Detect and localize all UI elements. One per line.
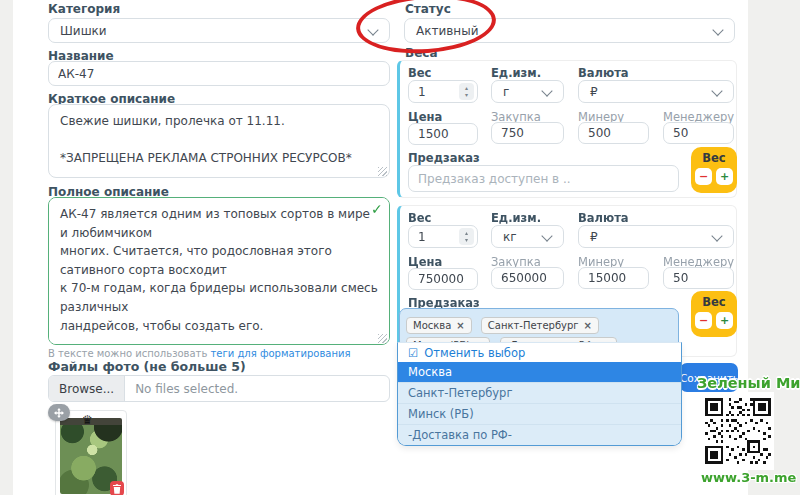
unit-label: Ед.изм. xyxy=(491,66,541,80)
weight-label: Вес xyxy=(408,66,431,80)
drag-handle[interactable] xyxy=(48,404,70,421)
browse-button[interactable]: Browse... xyxy=(49,376,125,401)
weight-label: Вес xyxy=(408,211,431,225)
short-desc-textarea[interactable]: Свежие шишки, пролечка от 11.11. *ЗАПРЕЩ… xyxy=(48,104,390,178)
unit-select[interactable]: кг xyxy=(491,225,564,248)
weight-box-label: Вес xyxy=(691,295,737,309)
dropdown-option-moscow[interactable]: Москва xyxy=(398,362,681,382)
unit-label: Ед.изм. xyxy=(491,211,541,225)
preorder-label: Предзаказ xyxy=(408,151,480,165)
checkbox-icon: ☑ xyxy=(408,346,418,360)
remove-weight-button[interactable]: − xyxy=(695,168,712,185)
purchase-input[interactable] xyxy=(491,267,564,289)
spin-down-icon[interactable]: ▾ xyxy=(465,237,468,243)
chevron-down-icon xyxy=(367,24,378,35)
preorder-input[interactable] xyxy=(408,165,679,192)
weights-title: Веса xyxy=(405,46,438,60)
miner-input[interactable] xyxy=(578,267,649,289)
preorder-tag[interactable]: Санкт-Петербург× xyxy=(481,317,599,334)
qr-code xyxy=(702,392,774,470)
currency-label: Валюта xyxy=(578,66,629,80)
remove-tag-icon[interactable]: × xyxy=(456,320,464,331)
category-value: Шишки xyxy=(60,24,107,38)
category-select[interactable]: Шишки xyxy=(48,18,390,43)
add-weight-button[interactable]: + xyxy=(716,168,733,185)
category-label: Категория xyxy=(48,2,120,16)
valid-check-icon: ✓ xyxy=(371,201,383,217)
formatting-hint: В тексте можно использовать теги для фор… xyxy=(48,348,350,359)
tag-label: Санкт-Петербург xyxy=(488,320,579,331)
qr-code-image xyxy=(705,398,771,464)
price-label: Цена xyxy=(408,255,442,269)
move-icon xyxy=(54,408,64,418)
dropdown-option-minsk[interactable]: Минск (РБ) xyxy=(398,403,681,424)
unit-select[interactable]: г xyxy=(491,80,564,103)
spinner-icon[interactable]: ▴▾ xyxy=(459,83,474,100)
main-photo-crown-icon: ♛ xyxy=(82,413,93,427)
weight-actions-box: Вес − + xyxy=(691,147,737,193)
status-value: Активный xyxy=(416,24,478,38)
product-edit-page: Категория Шишки Название Краткое описани… xyxy=(0,0,800,495)
chevron-down-icon xyxy=(712,24,723,35)
weight-box-label: Вес xyxy=(691,151,737,165)
preorder-dropdown: ☑ Отменить выбор Москва Санкт-Петербург … xyxy=(397,342,682,446)
dropdown-option-spb[interactable]: Санкт-Петербург xyxy=(398,382,681,403)
currency-label: Валюта xyxy=(578,211,629,225)
name-input[interactable] xyxy=(48,61,390,86)
formatting-tags-link[interactable]: теги для форматирования xyxy=(211,348,351,359)
photo-files-label: Файлы фото (не больше 5) xyxy=(48,359,246,374)
add-weight-button[interactable]: + xyxy=(716,312,733,329)
currency-select[interactable]: ₽ xyxy=(578,225,734,248)
weight-stepper[interactable]: ▴▾ xyxy=(408,80,478,103)
status-select[interactable]: Активный xyxy=(404,18,735,43)
watermark-url: www.3-m.me xyxy=(701,470,796,485)
miner-input[interactable] xyxy=(578,122,649,144)
no-files-text: No files selected. xyxy=(125,382,248,396)
dropdown-cancel-selection[interactable]: ☑ Отменить выбор xyxy=(398,343,681,362)
full-desc-textarea[interactable]: АК-47 является одним из топовых сортов в… xyxy=(48,197,390,345)
trash-icon xyxy=(113,484,121,494)
remove-tag-icon[interactable]: × xyxy=(584,320,592,331)
weight-stepper[interactable]: ▴▾ xyxy=(408,225,478,248)
spinner-icon[interactable]: ▴▾ xyxy=(459,228,474,245)
status-label: Статус xyxy=(405,2,451,16)
price-input[interactable] xyxy=(408,123,478,145)
manager-input[interactable] xyxy=(663,122,734,144)
currency-value: ₽ xyxy=(590,230,598,244)
cancel-selection-label: Отменить выбор xyxy=(424,346,525,360)
tag-label: Москва xyxy=(413,320,451,331)
price-input[interactable] xyxy=(408,268,478,290)
file-input[interactable]: Browse... No files selected. xyxy=(48,375,390,402)
hint-text: В тексте можно использовать xyxy=(48,348,211,359)
spin-down-icon[interactable]: ▾ xyxy=(465,92,468,98)
chevron-down-icon xyxy=(541,230,552,241)
dropdown-option-delivery-rf[interactable]: -Доставка по РФ- xyxy=(398,424,681,445)
chevron-down-icon xyxy=(711,85,722,96)
preorder-tag[interactable]: Москва× xyxy=(406,317,472,334)
chevron-down-icon xyxy=(711,230,722,241)
unit-value: г xyxy=(503,85,509,99)
remove-weight-button[interactable]: − xyxy=(695,312,712,329)
watermark-title: Зеленый Мир xyxy=(697,375,800,391)
purchase-input[interactable] xyxy=(491,122,564,144)
currency-select[interactable]: ₽ xyxy=(578,80,734,103)
unit-value: кг xyxy=(503,230,517,244)
price-label: Цена xyxy=(408,110,442,124)
delete-photo-button[interactable] xyxy=(110,481,124,495)
manager-input[interactable] xyxy=(663,267,734,289)
photo-thumbnail[interactable]: ♛ xyxy=(55,410,127,495)
chevron-down-icon xyxy=(541,85,552,96)
weight-actions-box: Вес − + xyxy=(691,291,737,337)
currency-value: ₽ xyxy=(590,85,598,99)
